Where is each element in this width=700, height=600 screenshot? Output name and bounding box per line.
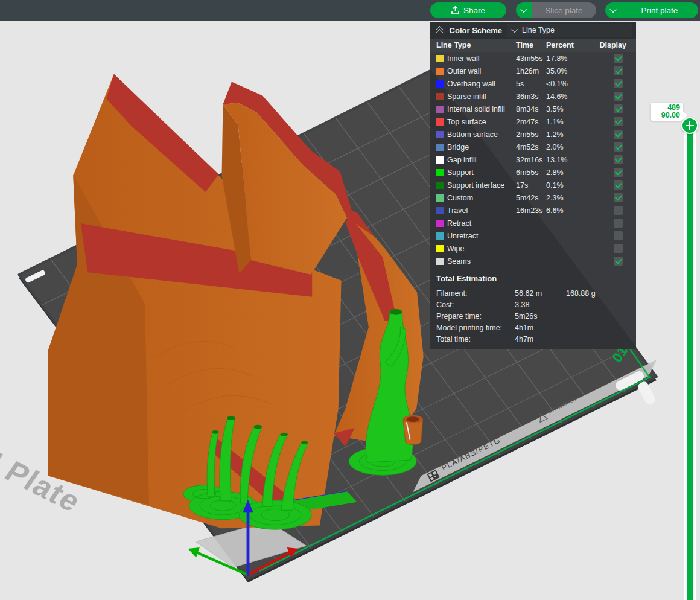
line-type-percent: 3.5% bbox=[546, 105, 598, 113]
line-type-row: Support 6m55s 2.8% bbox=[430, 166, 636, 179]
line-type-percent: 6.6% bbox=[546, 206, 598, 215]
total-estimation-row: Cost: 3.38 bbox=[430, 299, 636, 310]
col-time: Time bbox=[516, 41, 546, 49]
total-estimation-row: Total time: 4h7m bbox=[430, 333, 636, 345]
line-type-row: Wipe bbox=[430, 242, 636, 255]
line-type-percent: 17.8% bbox=[546, 54, 598, 63]
total-estimation-row: Filament: 56.62 m 168.88 g bbox=[430, 287, 636, 299]
line-type-label: Outer wall bbox=[447, 67, 516, 75]
layer-slider-fill bbox=[687, 126, 693, 600]
line-type-time: 8m34s bbox=[516, 105, 546, 113]
line-type-row: Custom 5m42s 2.3% bbox=[430, 191, 636, 204]
line-type-percent: 1.1% bbox=[546, 118, 598, 126]
line-type-percent: 2.0% bbox=[546, 143, 598, 152]
display-checkbox[interactable] bbox=[614, 257, 623, 266]
line-type-percent: 1.2% bbox=[546, 130, 598, 139]
line-type-color-swatch bbox=[436, 245, 444, 252]
plate-handle-cutout bbox=[637, 380, 657, 406]
display-checkbox[interactable] bbox=[614, 142, 623, 152]
estimation-value: 3.38 bbox=[515, 301, 566, 309]
color-scheme-panel: Color Scheme Line Type Line Type Time Pe… bbox=[430, 22, 636, 349]
line-type-percent: 0.1% bbox=[546, 181, 598, 190]
line-type-label: Internal solid infill bbox=[447, 105, 516, 113]
line-type-label: Top surface bbox=[447, 118, 516, 126]
chevron-down-icon bbox=[511, 26, 518, 33]
display-checkbox[interactable] bbox=[614, 231, 623, 240]
display-checkbox[interactable] bbox=[614, 117, 623, 126]
print-plate-label: Print plate bbox=[641, 6, 678, 15]
display-checkbox[interactable] bbox=[614, 193, 623, 202]
print-plate-button[interactable]: Print plate bbox=[621, 2, 698, 18]
display-checkbox[interactable] bbox=[614, 244, 623, 253]
estimation-label: Prepare time: bbox=[436, 312, 515, 321]
line-type-row: Support interface 17s 0.1% bbox=[430, 179, 636, 191]
line-type-label: Bottom surface bbox=[447, 130, 516, 139]
col-percent: Percent bbox=[546, 41, 598, 49]
line-type-color-swatch bbox=[436, 194, 444, 202]
slice-plate-label: Slice plate bbox=[545, 6, 582, 15]
display-checkbox[interactable] bbox=[614, 219, 623, 228]
display-checkbox[interactable] bbox=[614, 168, 623, 177]
line-type-label: Support interface bbox=[447, 181, 516, 190]
line-type-table-header: Line Type Time Percent Display bbox=[430, 39, 636, 52]
estimation-value: 4h1m bbox=[515, 324, 566, 332]
display-checkbox[interactable] bbox=[614, 54, 623, 63]
slice-options-dropdown[interactable] bbox=[516, 2, 532, 18]
line-type-row: Gap infill 32m16s 13.1% bbox=[430, 153, 636, 166]
display-checkbox[interactable] bbox=[614, 92, 623, 101]
line-type-row: Bridge 4m52s 2.0% bbox=[430, 141, 636, 153]
estimation-label: Filament: bbox=[436, 289, 515, 298]
estimation-label: Cost: bbox=[436, 301, 515, 309]
line-type-time: 2m55s bbox=[516, 130, 546, 139]
estimation-label: Model printing time: bbox=[436, 324, 515, 332]
estimation-value: 56.62 m bbox=[515, 289, 566, 298]
line-type-label: Wipe bbox=[447, 244, 516, 253]
line-type-row: Unretract bbox=[430, 229, 636, 242]
layer-tooltip: 489 90.00 bbox=[651, 103, 683, 121]
layer-height: 90.00 bbox=[661, 112, 680, 120]
line-type-color-swatch bbox=[436, 106, 444, 113]
share-button[interactable]: Share bbox=[430, 2, 506, 18]
line-type-percent: 2.3% bbox=[546, 194, 598, 202]
total-estimation-row: Model printing time: 4h1m bbox=[430, 322, 636, 333]
line-type-row: Sparse infill 36m3s 14.6% bbox=[430, 90, 636, 103]
line-type-color-swatch bbox=[436, 80, 444, 88]
collapse-panel-icon[interactable] bbox=[436, 27, 445, 34]
line-type-row: Outer wall 1h26m 35.0% bbox=[430, 65, 636, 77]
print-options-dropdown[interactable] bbox=[605, 2, 621, 18]
view-mode-select[interactable]: Line Type bbox=[507, 24, 632, 37]
model-cup[interactable] bbox=[403, 415, 423, 445]
display-checkbox[interactable] bbox=[614, 206, 623, 215]
display-checkbox[interactable] bbox=[614, 66, 623, 75]
line-type-color-swatch bbox=[436, 118, 444, 126]
line-type-color-swatch bbox=[436, 131, 444, 138]
layer-slider-handle[interactable] bbox=[681, 117, 698, 134]
line-type-color-swatch bbox=[436, 207, 444, 214]
line-type-percent: 35.0% bbox=[546, 67, 598, 75]
estimation-value: 5m26s bbox=[515, 312, 566, 321]
estimation-value: 4h7m bbox=[515, 335, 566, 343]
display-checkbox[interactable] bbox=[614, 155, 623, 164]
line-type-color-swatch bbox=[436, 232, 444, 240]
chevron-down-icon bbox=[520, 6, 527, 13]
total-estimation-row: Prepare time: 5m26s bbox=[430, 310, 636, 322]
display-checkbox[interactable] bbox=[614, 130, 623, 139]
line-type-color-swatch bbox=[436, 220, 444, 227]
line-type-label: Seams bbox=[447, 257, 516, 266]
line-type-label: Custom bbox=[447, 194, 516, 202]
display-checkbox[interactable] bbox=[614, 180, 623, 190]
line-type-color-swatch bbox=[436, 93, 444, 100]
line-type-row: Seams bbox=[430, 255, 636, 267]
slice-plate-button[interactable]: Slice plate bbox=[532, 2, 596, 18]
estimation-label: Total time: bbox=[436, 335, 515, 343]
layer-slider-track[interactable] bbox=[684, 118, 696, 600]
line-type-label: Retract bbox=[447, 219, 516, 228]
display-checkbox[interactable] bbox=[614, 79, 623, 88]
share-upload-icon bbox=[451, 6, 459, 14]
display-checkbox[interactable] bbox=[614, 104, 623, 113]
line-type-color-swatch bbox=[436, 156, 444, 164]
col-display: Display bbox=[598, 41, 636, 49]
line-type-label: Travel bbox=[447, 206, 516, 215]
col-line-type: Line Type bbox=[430, 41, 516, 49]
panel-title: Color Scheme bbox=[450, 26, 502, 35]
